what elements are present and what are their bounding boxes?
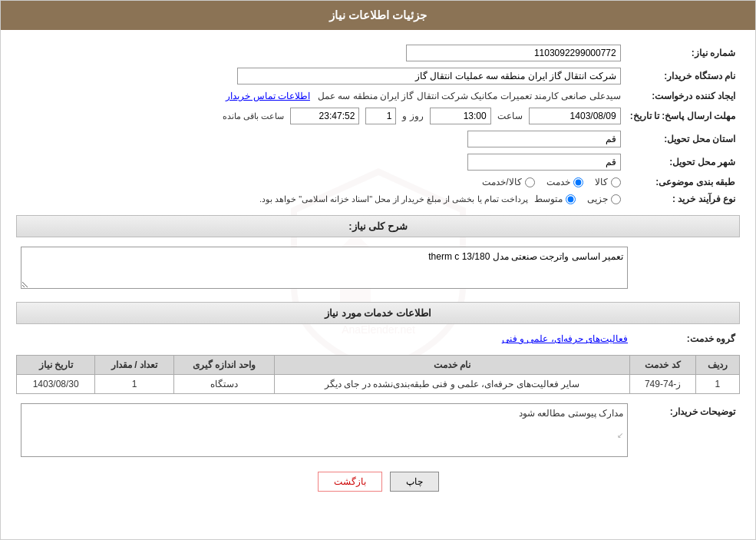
- cell-service-name: سایر فعالیت‌های حرفه‌ای، علمی و فنی طبقه…: [274, 375, 630, 394]
- cell-row-num: 1: [695, 375, 739, 394]
- buyer-org-input: [237, 68, 621, 84]
- buyer-notes-box: مدارک پیوستی مطالعه شود ↙: [21, 403, 628, 457]
- print-button[interactable]: چاپ: [390, 472, 439, 492]
- col-quantity: تعداد / مقدار: [95, 356, 173, 375]
- creator-value: سیدعلی صانعی کارمند تعمیرات مکانیک شرکت …: [318, 91, 621, 101]
- col-row-num: ردیف: [695, 356, 739, 375]
- deadline-remaining-label: ساعت باقی مانده: [223, 111, 284, 121]
- category-radio-group: کالا خدمت کالا/خدمت: [21, 177, 621, 187]
- purchase-type-note: پرداخت تمام یا بخشی از مبلغ خریدار از مح…: [259, 194, 528, 204]
- buyer-notes-label: توضیحات خریدار:: [632, 400, 740, 460]
- deadline-time-input: [430, 108, 491, 124]
- deadline-days-input: [365, 108, 396, 124]
- deadline-date-input: [529, 108, 621, 124]
- page-title: جزئیات اطلاعات نیاز: [1, 1, 755, 30]
- cell-unit: دستگاه: [173, 375, 274, 394]
- purchase-type-jozii[interactable]: جزیی: [587, 194, 621, 204]
- city-label: شهر محل تحویل:: [626, 151, 740, 174]
- info-table: شماره نیاز: نام دستگاه خریدار: ایجاد کنن…: [16, 41, 740, 207]
- deadline-label: مهلت ارسال پاسخ: تا تاریخ:: [626, 104, 740, 128]
- category-option-kala[interactable]: کالا: [595, 177, 621, 187]
- buyer-org-label: نام دستگاه خریدار:: [626, 65, 740, 88]
- purchase-type-radio-group: جزیی متوسط: [534, 194, 621, 204]
- service-group-label: گروه خدمت:: [632, 330, 740, 347]
- need-description-table: [16, 243, 740, 294]
- province-input: [467, 131, 621, 147]
- col-unit: واحد اندازه گیری: [173, 356, 274, 375]
- purchase-type-motavasset[interactable]: متوسط: [534, 194, 576, 204]
- cell-quantity: 1: [95, 375, 173, 394]
- col-service-name: نام خدمت: [274, 356, 630, 375]
- deadline-days-label: روز و: [402, 111, 423, 121]
- service-group-value[interactable]: فعالیت‌های حرفه‌ای، علمی و فنی: [502, 333, 628, 344]
- category-option-kala-khedmat[interactable]: کالا/خدمت: [482, 177, 534, 187]
- cell-date: 1403/08/30: [17, 375, 95, 394]
- buyer-notes-table: توضیحات خریدار: مدارک پیوستی مطالعه شود …: [16, 400, 740, 460]
- need-desc-label: [632, 243, 740, 294]
- purchase-type-label: نوع فرآیند خرید :: [626, 190, 740, 207]
- category-label: طبقه بندی موضوعی:: [626, 174, 740, 190]
- deadline-time-label: ساعت: [497, 111, 523, 121]
- deadline-countdown-input: [290, 108, 359, 124]
- category-option-khedmat[interactable]: خدمت: [546, 177, 583, 187]
- creator-label: ایجاد کننده درخواست:: [626, 88, 740, 104]
- need-number-input: [406, 45, 621, 61]
- services-section-header: اطلاعات خدمات مورد نیاز: [16, 302, 740, 324]
- col-service-code: کد خدمت: [630, 356, 696, 375]
- back-button[interactable]: بازگشت: [318, 472, 382, 492]
- city-input: [467, 154, 621, 171]
- need-description-textarea: [21, 247, 628, 289]
- need-number-label: شماره نیاز:: [626, 41, 740, 65]
- province-label: استان محل تحویل:: [626, 128, 740, 151]
- creator-contact-link[interactable]: اطلاعات تماس خریدار: [226, 91, 310, 101]
- cell-service-code: ز-74-749: [630, 375, 696, 394]
- button-row: چاپ بازگشت: [16, 472, 740, 492]
- service-group-table: گروه خدمت: فعالیت‌های حرفه‌ای، علمی و فن…: [16, 330, 740, 347]
- need-description-section-header: شرح کلی نیاز:: [16, 215, 740, 237]
- buyer-notes-text: مدارک پیوستی مطالعه شود: [519, 408, 623, 419]
- services-table: ردیف کد خدمت نام خدمت واحد اندازه گیری ت…: [16, 355, 740, 394]
- col-date: تاریخ نیاز: [17, 356, 95, 375]
- table-row: 1 ز-74-749 سایر فعالیت‌های حرفه‌ای، علمی…: [17, 375, 740, 394]
